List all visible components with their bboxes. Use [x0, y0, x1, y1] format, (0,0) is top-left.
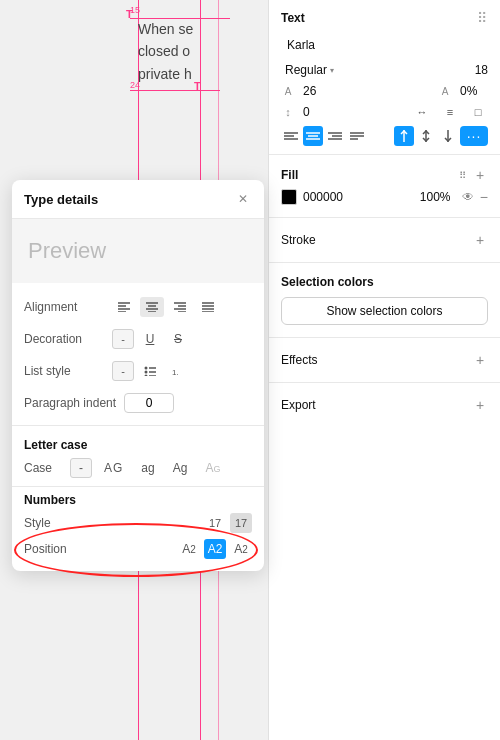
- preview-area: Preview: [12, 219, 264, 283]
- drag-handle[interactable]: ⠿: [477, 10, 488, 26]
- num-style-2-btn[interactable]: 17: [230, 513, 252, 533]
- fill-header: Fill ⠿ +: [281, 167, 488, 183]
- kern-value: 0%: [460, 84, 488, 98]
- divider-2: [269, 217, 500, 218]
- list-style-label: List style: [24, 364, 104, 378]
- close-type-details-btn[interactable]: ✕: [234, 190, 252, 208]
- case-smallcaps-btn[interactable]: AG: [199, 459, 226, 477]
- normal-pos-btn[interactable]: A2: [204, 539, 226, 559]
- case-lowercase-btn[interactable]: ag: [135, 459, 160, 477]
- more-options-btn[interactable]: ···: [460, 126, 488, 146]
- stroke-section: Stroke +: [269, 224, 500, 256]
- alignment-label: Alignment: [24, 300, 104, 314]
- paragraph-indent-input[interactable]: [124, 393, 174, 413]
- effects-label: Effects: [281, 353, 317, 367]
- export-section: Export +: [269, 389, 500, 421]
- case-default-btn[interactable]: -: [70, 458, 92, 478]
- chevron-down-icon: ▾: [330, 66, 334, 75]
- line-height-row: ↕ 0 ↔ ≡ □: [269, 100, 500, 124]
- font-name[interactable]: Karla: [281, 35, 321, 55]
- font-style-button[interactable]: Regular ▾: [281, 61, 338, 79]
- subscript-btn[interactable]: A2: [178, 539, 200, 559]
- remove-fill-btn[interactable]: −: [480, 189, 488, 205]
- font-size-input[interactable]: [448, 63, 488, 77]
- svg-text:1.: 1.: [172, 368, 179, 376]
- font-name-row: Karla: [269, 32, 500, 58]
- text-section-title: Text: [281, 11, 305, 25]
- ordered-list-btn[interactable]: 1.: [166, 361, 190, 381]
- add-stroke-btn[interactable]: +: [472, 232, 488, 248]
- text-box-btn[interactable]: □: [468, 102, 488, 122]
- add-effect-btn[interactable]: +: [472, 352, 488, 368]
- numbers-title: Numbers: [24, 493, 252, 507]
- align-justify-type-btn[interactable]: [196, 297, 220, 317]
- font-style-row: Regular ▾: [269, 58, 500, 82]
- line-height-value: 0: [303, 105, 331, 119]
- align-left-btn[interactable]: [281, 126, 301, 146]
- position-buttons: A2 A2 A2: [178, 539, 252, 559]
- effects-section: Effects +: [269, 344, 500, 376]
- case-label: Case: [24, 461, 64, 475]
- fill-hex-value[interactable]: 000000: [303, 190, 414, 204]
- style-label: Style: [24, 516, 51, 530]
- t-marker-top: T: [126, 8, 133, 20]
- selection-colors-section: Selection colors Show selection colors: [269, 269, 500, 331]
- ruler-line-bottom: [130, 90, 220, 91]
- style-row: Style 17 17: [24, 513, 252, 533]
- svg-point-35: [145, 375, 148, 377]
- list-style-row: List style - 1.: [12, 355, 264, 387]
- fill-opacity[interactable]: 100%: [420, 190, 456, 204]
- add-fill-btn[interactable]: +: [472, 167, 488, 183]
- line-height-icon: ↕: [281, 106, 295, 118]
- spacer: [12, 283, 264, 291]
- fill-visibility-icon[interactable]: 👁: [462, 190, 474, 204]
- preview-text: Preview: [28, 238, 106, 264]
- export-label: Export: [281, 398, 316, 412]
- grid-dots-icon[interactable]: ⠿: [459, 170, 466, 181]
- valign-middle-btn[interactable]: [416, 126, 436, 146]
- style-buttons: 17 17: [204, 513, 252, 533]
- align-left-type-btn[interactable]: [112, 297, 136, 317]
- align-center-type-btn[interactable]: [140, 297, 164, 317]
- add-export-btn[interactable]: +: [472, 397, 488, 413]
- text-section-header: Text ⠿: [269, 0, 500, 32]
- align-center-btn[interactable]: [303, 126, 323, 146]
- position-row: Position A2 A2 A2: [24, 539, 252, 559]
- fill-color-swatch[interactable]: [281, 189, 297, 205]
- fill-row: 000000 100% 👁 −: [281, 189, 488, 205]
- paragraph-indent-controls: [124, 393, 252, 413]
- align-right-type-btn[interactable]: [168, 297, 192, 317]
- align-right-btn[interactable]: [325, 126, 345, 146]
- selection-colors-title: Selection colors: [281, 275, 488, 289]
- decoration-controls: - U S: [112, 329, 252, 349]
- decoration-underline-btn[interactable]: U: [138, 329, 162, 349]
- valign-top-btn[interactable]: [394, 126, 414, 146]
- list-style-default-btn[interactable]: -: [112, 361, 134, 381]
- kern-icon: A: [438, 86, 452, 97]
- align-justify-btn[interactable]: [347, 126, 367, 146]
- decoration-strikethrough-btn[interactable]: S: [166, 329, 190, 349]
- valign-bottom-btn[interactable]: [438, 126, 458, 146]
- text-align-row: ···: [269, 124, 500, 148]
- t-marker-bottom: T: [194, 80, 201, 92]
- divider-5: [269, 382, 500, 383]
- show-selection-colors-btn[interactable]: Show selection colors: [281, 297, 488, 325]
- decoration-row: Decoration - U S: [12, 323, 264, 355]
- svg-point-33: [145, 371, 148, 374]
- text-width-btn[interactable]: ↔: [412, 102, 432, 122]
- numbers-section: Numbers Style 17 17 Position A2 A2 A2: [12, 486, 264, 571]
- paragraph-indent-row: Paragraph indent: [12, 387, 264, 419]
- letter-case-section: Letter case Case - AG ag Ag AG: [12, 432, 264, 486]
- case-uppercase-btn[interactable]: AG: [98, 459, 129, 477]
- decoration-default-btn[interactable]: -: [112, 329, 134, 349]
- case-capitalize-btn[interactable]: Ag: [167, 459, 194, 477]
- text-align-btn[interactable]: ≡: [440, 102, 460, 122]
- superscript-btn[interactable]: A2: [230, 539, 252, 559]
- right-panel: Text ⠿ Karla Regular ▾ A 26 A 0% ↕ 0 ↔ ≡…: [268, 0, 500, 740]
- svg-point-31: [145, 367, 148, 370]
- type-details-title: Type details: [24, 192, 98, 207]
- fill-section: Fill ⠿ + 000000 100% 👁 −: [269, 161, 500, 211]
- num-style-1-btn[interactable]: 17: [204, 513, 226, 533]
- fill-title: Fill: [281, 168, 298, 182]
- unordered-list-btn[interactable]: [138, 361, 162, 381]
